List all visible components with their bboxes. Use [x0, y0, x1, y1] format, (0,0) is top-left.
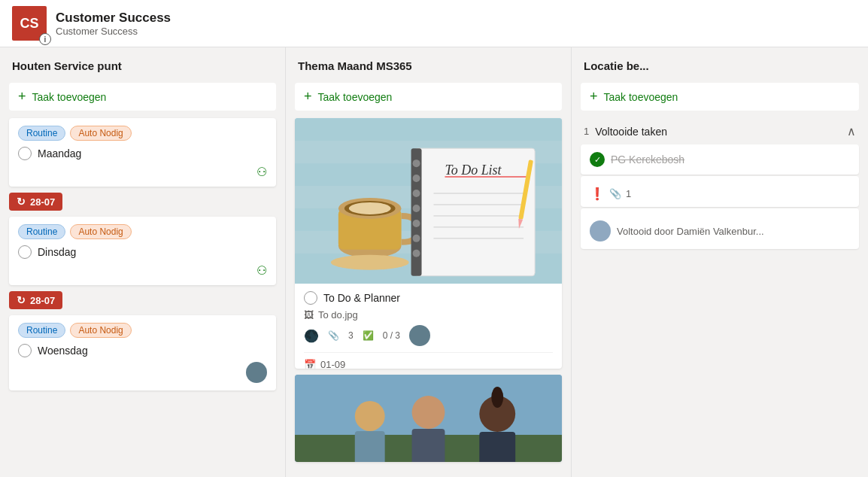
repeat-icon-2: ↻ — [17, 294, 26, 306]
card-title-row: To Do & Planner — [304, 291, 553, 305]
badge-auto-nodig-2: Auto Nodig — [70, 224, 131, 239]
card-subtitle: 🖼 To do.jpg — [304, 309, 553, 321]
right-column-header: Locatie be... — [572, 56, 868, 83]
task-checkbox-2[interactable] — [18, 245, 32, 259]
task-footer-3 — [18, 362, 267, 383]
left-column: Houten Service punt + Taak toevoegen Rou… — [0, 47, 286, 477]
person-avatar — [590, 220, 611, 242]
task-footer-2: ⚇ — [18, 263, 267, 278]
svg-point-12 — [349, 202, 391, 214]
plus-icon: + — [18, 89, 26, 105]
svg-point-36 — [412, 396, 445, 429]
svg-rect-1 — [295, 118, 562, 141]
badge-routine-3: Routine — [18, 323, 65, 338]
task-title-3: Woensdag — [38, 345, 88, 357]
voltooid-by-card[interactable]: Voltooid door Damiën Valkenbur... — [581, 208, 859, 249]
task-badges-2: Routine Auto Nodig — [18, 224, 267, 239]
svg-rect-37 — [412, 429, 445, 462]
badge-auto-nodig: Auto Nodig — [70, 126, 131, 141]
svg-point-19 — [413, 205, 420, 212]
svg-text:To Do List: To Do List — [445, 163, 502, 178]
voltooide-header: 1 Voltooide taken ∧ — [572, 118, 868, 144]
task-badges: Routine Auto Nodig — [18, 126, 267, 141]
badge-auto-nodig-3: Auto Nodig — [70, 323, 131, 338]
middle-column: Thema Maand MS365 + Taak toevoegen — [286, 47, 572, 477]
task-title-row-2: Dinsdag — [18, 245, 267, 259]
svg-rect-39 — [479, 432, 515, 462]
app-subtitle: Customer Success — [56, 26, 171, 37]
todo-image: To Do List — [295, 118, 562, 284]
date-badge-1: ↻ 28-07 — [9, 193, 62, 211]
completed-card-pg[interactable]: ✓ PG Kerckebosh — [581, 144, 859, 175]
completed-row: ✓ PG Kerckebosh — [590, 152, 850, 167]
card-body: To Do & Planner 🖼 To do.jpg 🌑 📎 3 ✅ 0 / … — [295, 284, 562, 369]
task-title-row-3: Woensdag — [18, 344, 267, 357]
exclamation-icon: ❗ — [590, 187, 605, 201]
assignee-avatar — [409, 325, 430, 346]
paperclip-icon-right: 📎 — [609, 188, 621, 199]
mood-icon: 🌑 — [304, 329, 319, 343]
chevron-up-icon[interactable]: ∧ — [847, 124, 856, 138]
card-meta: 🌑 📎 3 ✅ 0 / 3 — [304, 325, 553, 346]
middle-column-header: Thema Maand MS365 — [286, 56, 571, 83]
plus-icon-mid: + — [304, 89, 312, 105]
header-text: Customer Success Customer Success — [56, 11, 171, 37]
task-card-dinsdag: Routine Auto Nodig Dinsdag ⚇ — [9, 217, 276, 285]
date-badge-2: ↻ 28-07 — [9, 291, 62, 309]
repeat-icon: ↻ — [17, 196, 26, 208]
middle-column-title: Thema Maand MS365 — [298, 59, 559, 72]
svg-point-16 — [413, 160, 420, 167]
svg-point-20 — [413, 220, 420, 227]
voltooide-label: Voltooide taken — [595, 126, 667, 138]
voltooide-count: 1 — [584, 126, 589, 137]
task-badges-3: Routine Auto Nodig — [18, 323, 267, 338]
svg-point-21 — [413, 235, 420, 242]
task-card-woensdag: Routine Auto Nodig Woensdag — [9, 315, 276, 390]
task-checkbox-3[interactable] — [18, 344, 32, 357]
image-icon: 🖼 — [304, 309, 314, 321]
task-card-maandag: Routine Auto Nodig Maandag ⚇ — [9, 118, 276, 187]
add-task-button-right[interactable]: + Taak toevoegen — [581, 83, 859, 111]
ateam-card[interactable] — [295, 375, 562, 462]
ateam-image — [295, 375, 562, 462]
badge-routine: Routine — [18, 126, 65, 141]
task-checkbox[interactable] — [18, 147, 32, 160]
svg-point-40 — [491, 387, 503, 408]
voltooide-left: 1 Voltooide taken — [584, 126, 667, 138]
task-title-2: Dinsdag — [38, 246, 76, 258]
progress-icon: ✅ — [363, 330, 374, 341]
completed-text: PG Kerckebosh — [611, 153, 684, 166]
voltooid-by-text: Voltooid door Damiën Valkenbur... — [617, 226, 764, 237]
columns-container: Houten Service punt + Taak toevoegen Rou… — [0, 47, 868, 477]
add-task-button-middle[interactable]: + Taak toevoegen — [295, 83, 562, 111]
people-icon-2: ⚇ — [256, 263, 267, 278]
check-icon: ✓ — [594, 155, 601, 165]
right-column-title: Locatie be... — [584, 59, 856, 72]
card-checkbox[interactable] — [304, 291, 317, 305]
task-footer: ⚇ — [18, 165, 267, 179]
svg-point-17 — [413, 175, 420, 182]
svg-point-34 — [355, 401, 385, 431]
calendar-icon: 📅 — [304, 359, 316, 369]
svg-point-22 — [413, 250, 420, 257]
card-title: To Do & Planner — [323, 292, 400, 304]
left-column-title: Houten Service punt — [12, 59, 273, 72]
avatar: CS i — [12, 6, 47, 41]
add-task-button-left[interactable]: + Taak toevoegen — [9, 83, 276, 111]
todo-planner-card[interactable]: To Do List To Do & Planner 🖼 To do.jpg — [295, 118, 562, 369]
left-column-header: Houten Service punt — [0, 56, 285, 83]
task-title-row: Maandag — [18, 147, 267, 160]
voltooid-by-row: Voltooid door Damiën Valkenbur... — [590, 216, 850, 242]
svg-point-18 — [413, 190, 420, 197]
app-title: Customer Success — [56, 11, 171, 26]
right-column: Locatie be... + Taak toevoegen 1 Voltooi… — [572, 47, 868, 477]
attachment-card[interactable]: ❗ 📎 1 — [581, 176, 859, 207]
check-circle: ✓ — [590, 152, 605, 167]
paperclip-icon: 📎 — [328, 330, 339, 341]
avatar-small — [246, 362, 267, 383]
info-icon[interactable]: i — [39, 33, 51, 45]
svg-rect-35 — [355, 431, 385, 462]
people-icon: ⚇ — [256, 165, 267, 179]
task-title: Maandag — [38, 147, 81, 160]
attachment-row: ❗ 📎 1 — [590, 182, 850, 201]
